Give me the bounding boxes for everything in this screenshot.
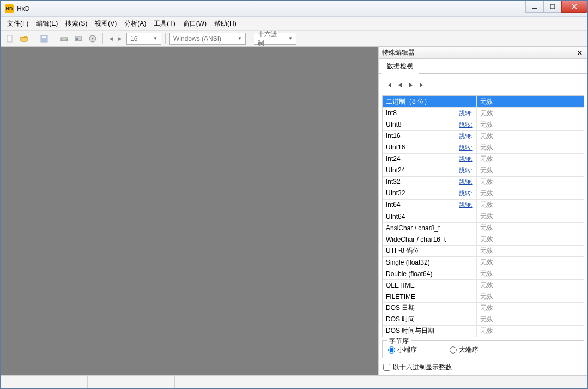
data-type-row[interactable]: UTF-8 码位无效 <box>383 245 584 256</box>
nav-prev-button[interactable] <box>395 80 405 90</box>
data-type-name: UInt64 <box>383 211 476 222</box>
big-endian-radio[interactable]: 大端序 <box>450 345 478 355</box>
data-type-row[interactable]: DOS 时间与日期无效 <box>383 325 584 337</box>
data-type-row[interactable]: Double (float64)无效 <box>383 268 584 279</box>
data-type-row[interactable]: UInt8跳转:无效 <box>383 119 584 130</box>
undo-button[interactable]: ◄ <box>107 33 116 45</box>
toolbar: ◄ ► 16▼ Windows (ANSI)▼ 十六进制▼ <box>1 31 587 47</box>
bytes-per-row-select[interactable]: 16▼ <box>126 33 161 45</box>
data-type-name: Double (float64) <box>383 268 476 279</box>
hex-integers-checkbox[interactable]: 以十六进制显示整数 <box>382 363 584 372</box>
data-type-value: 无效 <box>476 256 584 268</box>
little-endian-label: 小端序 <box>397 345 417 355</box>
jump-link[interactable]: 跳转: <box>459 132 472 140</box>
number-base-select[interactable]: 十六进制▼ <box>254 33 296 45</box>
nav-buttons <box>382 78 584 95</box>
data-type-row[interactable]: FILETIME无效 <box>383 291 584 302</box>
data-type-row[interactable]: UInt24跳转:无效 <box>383 165 584 176</box>
data-type-name: Single (float32) <box>383 256 476 268</box>
data-type-row[interactable]: Int16跳转:无效 <box>383 130 584 142</box>
data-type-name: UInt32跳转: <box>383 188 476 199</box>
nav-next-button[interactable] <box>406 80 416 90</box>
save-button[interactable] <box>38 33 50 45</box>
data-type-row[interactable]: AnsiChar / char8_t无效 <box>383 222 584 234</box>
menu-tools[interactable]: 工具(T) <box>150 17 178 30</box>
maximize-button[interactable] <box>543 1 562 13</box>
open-disk-button[interactable] <box>58 33 70 45</box>
open-button[interactable] <box>18 33 30 45</box>
data-type-row[interactable]: WideChar / char16_t无效 <box>383 234 584 245</box>
svg-rect-0 <box>532 8 537 9</box>
svg-point-6 <box>66 39 67 40</box>
jump-link[interactable]: 跳转: <box>459 178 472 186</box>
minimize-button[interactable] <box>525 1 544 13</box>
data-type-value: 无效 <box>476 199 584 211</box>
svg-rect-4 <box>42 36 46 38</box>
open-disk-image-button[interactable] <box>87 33 99 45</box>
jump-link[interactable]: 跳转: <box>459 166 472 175</box>
data-type-value: 无效 <box>476 119 584 130</box>
svg-rect-2 <box>7 35 12 42</box>
jump-link[interactable]: 跳转: <box>459 143 472 152</box>
data-type-name: UInt8跳转: <box>383 119 476 130</box>
data-type-name: OLETIME <box>383 279 476 291</box>
data-type-row[interactable]: Int24跳转:无效 <box>383 153 584 165</box>
byte-order-legend: 字节序 <box>387 337 411 346</box>
redo-button[interactable]: ► <box>116 33 124 45</box>
data-type-name: DOS 时间与日期 <box>383 325 476 337</box>
data-type-row[interactable]: Int64跳转:无效 <box>383 199 584 211</box>
status-cell-1 <box>1 376 88 388</box>
data-type-name: DOS 时间 <box>383 314 476 325</box>
jump-link[interactable]: 跳转: <box>459 155 472 163</box>
toolbar-separator <box>54 33 54 44</box>
menu-file[interactable]: 文件(F) <box>4 17 32 30</box>
data-type-row[interactable]: UInt16跳转:无效 <box>383 142 584 153</box>
data-type-row[interactable]: Single (float32)无效 <box>383 256 584 268</box>
data-type-value: 无效 <box>476 96 584 107</box>
jump-link[interactable]: 跳转: <box>459 109 472 117</box>
chevron-down-icon: ▼ <box>150 36 157 41</box>
chevron-down-icon: ▼ <box>285 36 293 41</box>
data-type-row[interactable]: DOS 日期无效 <box>383 302 584 314</box>
tab-data-inspector[interactable]: 数据检视 <box>381 59 419 74</box>
data-type-row[interactable]: UInt64无效 <box>383 211 584 222</box>
new-button[interactable] <box>4 33 16 45</box>
data-type-row[interactable]: UInt32跳转:无效 <box>383 188 584 199</box>
nav-last-button[interactable] <box>417 80 427 90</box>
hex-view[interactable] <box>1 47 378 375</box>
status-cell-3 <box>175 376 587 388</box>
data-type-row[interactable]: Int32跳转:无效 <box>383 176 584 188</box>
panel-close-button[interactable]: ✕ <box>575 49 584 57</box>
big-endian-label: 大端序 <box>459 345 478 355</box>
encoding-select[interactable]: Windows (ANSI)▼ <box>169 33 246 45</box>
menu-window[interactable]: 窗口(W) <box>180 17 210 30</box>
data-type-row[interactable]: Int8跳转:无效 <box>383 107 584 119</box>
open-ram-button[interactable] <box>72 33 84 45</box>
data-type-scroll[interactable]: 二进制（8 位）无效Int8跳转:无效UInt8跳转:无效Int16跳转:无效U… <box>383 96 584 337</box>
app-window: HD HxD 文件(F) 编辑(E) 搜索(S) 视图(V) 分析(A) 工具(… <box>0 0 588 389</box>
menu-view[interactable]: 视图(V) <box>92 17 120 30</box>
data-type-name: Int8跳转: <box>383 107 476 119</box>
data-type-value: 无效 <box>476 211 584 222</box>
data-type-row[interactable]: OLETIME无效 <box>383 279 584 291</box>
menu-search[interactable]: 搜索(S) <box>62 17 90 30</box>
status-bar <box>1 375 587 388</box>
data-type-value: 无效 <box>476 107 584 119</box>
little-endian-radio[interactable]: 小端序 <box>388 345 417 355</box>
menu-help[interactable]: 帮助(H) <box>211 17 240 30</box>
toolbar-separator <box>102 33 103 44</box>
data-type-name: AnsiChar / char8_t <box>383 222 476 234</box>
jump-link[interactable]: 跳转: <box>459 121 472 129</box>
svg-point-10 <box>92 38 94 39</box>
menu-analysis[interactable]: 分析(A) <box>121 17 149 30</box>
data-type-row[interactable]: 二进制（8 位）无效 <box>383 96 584 107</box>
nav-first-button[interactable] <box>384 80 394 90</box>
data-type-name: DOS 日期 <box>383 302 476 314</box>
data-type-value: 无效 <box>476 314 584 325</box>
jump-link[interactable]: 跳转: <box>459 189 472 198</box>
jump-link[interactable]: 跳转: <box>459 201 472 209</box>
byte-order-group: 字节序 小端序 大端序 <box>382 340 584 358</box>
menu-edit[interactable]: 编辑(E) <box>33 17 61 30</box>
close-button[interactable] <box>561 1 587 13</box>
data-type-row[interactable]: DOS 时间无效 <box>383 314 584 325</box>
